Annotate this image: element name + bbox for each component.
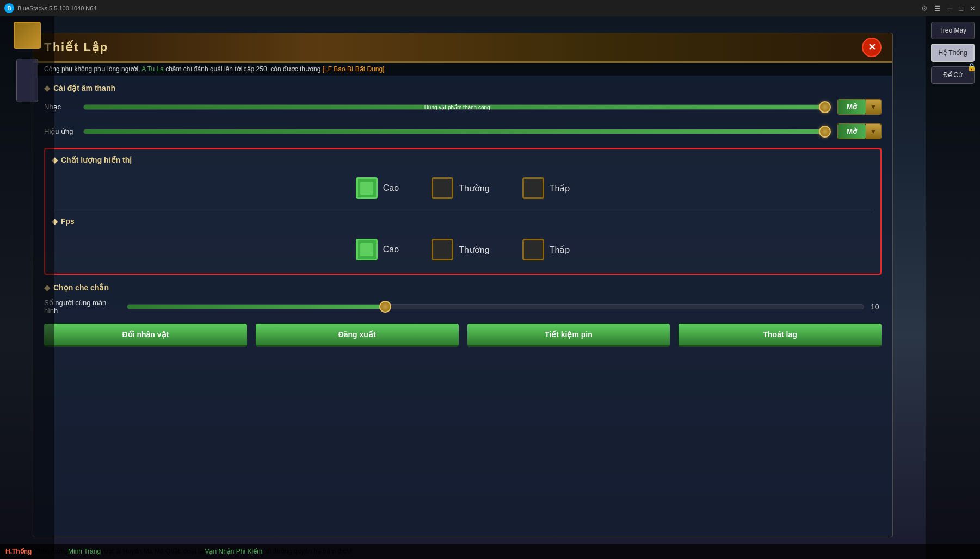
fps-label-cao: Cao: [383, 245, 399, 254]
music-thumb[interactable]: [819, 101, 831, 113]
shield-section-header: Chọn che chắn: [44, 283, 882, 292]
fps-label-thap: Thấp: [550, 245, 570, 255]
panel-header: Thiết Lập ✕: [33, 33, 892, 63]
bottom-middle: vượt ải Huyền Ma Mê Quặt, đoạt lại: [101, 548, 205, 555]
titlebar: B BlueStacks 5.5.100.1040 N64 ⚙ ☰ ─ □ ✕: [0, 0, 980, 16]
fps-section: Fps Cao Thường Thấp: [52, 215, 874, 267]
fps-box-thuong[interactable]: [432, 239, 453, 260]
action-buttons: Đổi nhân vật Đăng xuất Tiết kiệm pin Tho…: [44, 324, 882, 347]
close-window-icon[interactable]: ✕: [970, 4, 976, 13]
quality-box-thuong[interactable]: [432, 177, 453, 199]
minimize-icon[interactable]: ─: [947, 4, 952, 13]
effect-slider-row: Hiệu ứng Mở ▼: [44, 123, 882, 139]
fps-box-thap[interactable]: [522, 239, 544, 260]
bottom-text: Chúc mừng: [34, 548, 68, 555]
music-slider-row: Nhạc Dùng vật phẩm thành công Mở ▼: [44, 99, 882, 115]
de-cu-label: Để Cử: [943, 71, 963, 79]
settings-panel: Thiết Lập ✕ Công phu không phụ lòng ngườ…: [33, 33, 893, 537]
effect-thumb[interactable]: [819, 126, 831, 138]
he-thong-button[interactable]: Hệ Thống: [931, 44, 975, 62]
fps-section-header: Fps: [52, 217, 874, 226]
shield-slider-row: Số người cùng màn hình 10: [44, 299, 882, 315]
marquee-bar: Công phu không phụ lòng người, A Tu La c…: [33, 63, 892, 76]
left-sidebar: [0, 16, 54, 559]
quality-box-thap[interactable]: [522, 177, 544, 199]
shield-thumb[interactable]: [379, 301, 391, 313]
de-cu-button[interactable]: Để Cử 🔒: [931, 66, 975, 84]
quality-option-thuong[interactable]: Thường: [432, 177, 489, 199]
shield-track[interactable]: [127, 304, 864, 309]
marquee-reward: [LF Bao Bì Bất Dung]: [323, 65, 385, 73]
fps-option-cao[interactable]: Cao: [356, 239, 399, 260]
quality-section-header: Chất lượng hiển thị: [52, 156, 874, 164]
fps-options-row: Cao Thường Thấp: [52, 232, 874, 267]
titlebar-controls: ⚙ ☰ ─ □ ✕: [921, 4, 976, 13]
doi-nhan-vat-button[interactable]: Đổi nhân vật: [44, 324, 247, 347]
effect-mo-right-button[interactable]: ▼: [866, 124, 881, 139]
shield-slider-label: Số người cùng màn hình: [44, 299, 120, 315]
quality-label-thap: Thấp: [550, 183, 570, 194]
music-mo-right-button[interactable]: ▼: [866, 100, 881, 114]
fps-label-thuong: Thường: [459, 245, 489, 255]
fps-box-cao[interactable]: [356, 239, 378, 260]
music-track[interactable]: Dùng vật phẩm thành công: [83, 104, 831, 110]
quality-fps-section: Chất lượng hiển thị Cao Thường Thấp: [44, 148, 882, 275]
right-sidebar: Treo Máy Hệ Thống Để Cử 🔒: [926, 16, 980, 559]
quality-option-thap[interactable]: Thấp: [522, 177, 570, 199]
shield-section: Chọn che chắn Số người cùng màn hình 10: [44, 283, 882, 315]
menu-icon[interactable]: ☰: [934, 4, 941, 13]
tiet-kiem-pin-button[interactable]: Tiết kiệm pin: [467, 324, 670, 347]
player-avatar: [14, 22, 41, 49]
lock-icon: 🔒: [967, 63, 976, 71]
bottom-bar: H.Thống Chúc mừng Minh Trang vượt ải Huy…: [0, 544, 980, 559]
settings-icon[interactable]: ⚙: [921, 4, 928, 13]
dang-xuat-button[interactable]: Đăng xuất: [256, 324, 459, 347]
music-fill: [84, 105, 830, 109]
effect-fill: [84, 129, 830, 134]
effect-track[interactable]: [83, 129, 831, 134]
fps-option-thuong[interactable]: Thường: [432, 239, 489, 260]
shield-value: 10: [871, 302, 882, 311]
titlebar-app-name: BlueStacks 5.5.100.1040 N64: [17, 5, 97, 11]
audio-section-header: Cài đặt âm thanh: [44, 84, 882, 92]
bottom-name: Minh Trang: [68, 548, 101, 555]
fps-divider: [52, 210, 874, 210]
marquee-prefix: Công phu không phụ lòng người,: [44, 65, 141, 73]
quality-option-cao[interactable]: Cao: [356, 177, 399, 199]
bottom-item: Vạn Nhận Phi Kiếm: [205, 548, 262, 555]
restore-icon[interactable]: □: [959, 4, 963, 13]
quality-options-row: Cao Thường Thấp: [52, 171, 874, 206]
sidebar-mini-button[interactable]: [16, 59, 38, 102]
quality-label-thuong: Thường: [459, 183, 489, 194]
marquee-middle: chăm chỉ đánh quái lên tới cấp 250, còn …: [165, 65, 323, 73]
quality-box-cao[interactable]: [356, 177, 378, 199]
quality-label-cao: Cao: [383, 183, 399, 193]
bottom-tag: H.Thống: [5, 548, 32, 555]
music-mo-group: Mở ▼: [837, 99, 882, 115]
bottom-end: , đi đường quyền hạ trăm địch!: [262, 548, 352, 555]
music-mo-button[interactable]: Mở: [838, 100, 866, 114]
panel-body: Cài đặt âm thanh Nhạc Dùng vật phẩm thàn…: [33, 76, 892, 355]
shield-fill: [127, 305, 385, 309]
treo-may-button[interactable]: Treo Máy: [931, 22, 975, 39]
effect-mo-button[interactable]: Mở: [838, 124, 866, 139]
fps-option-thap[interactable]: Thấp: [522, 239, 570, 260]
bluestacks-logo: B: [4, 3, 14, 13]
thoat-lag-button[interactable]: Thoát lag: [679, 324, 882, 347]
effect-mo-group: Mở ▼: [837, 123, 882, 139]
marquee-name1: A Tu La: [141, 65, 164, 73]
close-button[interactable]: ✕: [862, 38, 882, 57]
